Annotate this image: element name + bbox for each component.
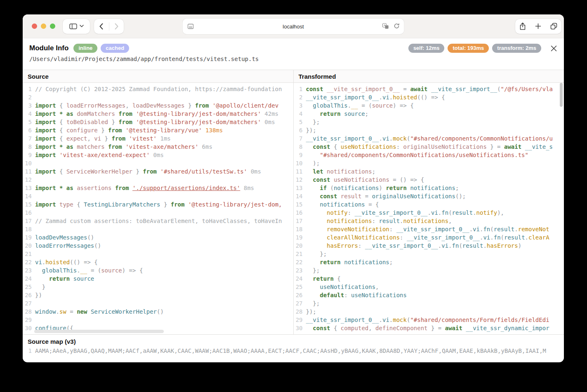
code-line: 21 — [23, 250, 293, 258]
code-line: 25 } — [23, 283, 293, 291]
line-number: 18 — [23, 225, 35, 233]
line-number: 29 — [23, 316, 35, 324]
forward-icon[interactable] — [109, 23, 124, 30]
code-line: 10 — [23, 159, 293, 167]
line-number: 6 — [294, 126, 306, 134]
code-line: 23 globalThis.__ = (source) => { — [23, 266, 293, 275]
code-line: 29__vite_ssr_import_0__.vi.mock("#shared… — [294, 316, 564, 324]
line-number: 5 — [294, 118, 306, 126]
code-line: 29 — [23, 316, 293, 324]
code-line: 27 }; — [294, 299, 564, 307]
code-line: 19 clearAllNotifications: __vite_ssr_imp… — [294, 233, 564, 242]
line-number: 22 — [294, 258, 306, 266]
code-line: 9 "#shared/components/CommonNotification… — [294, 151, 564, 159]
address-bar[interactable]: localhost — [183, 19, 404, 34]
reload-icon[interactable] — [394, 23, 400, 29]
line-number: 8 — [23, 143, 35, 151]
module-file-path: /Users/vladimir/Projects/zammad/app/fron… — [29, 56, 557, 62]
line-number: 10 — [294, 159, 306, 167]
code-line: 22vi.hoisted(() => { — [23, 258, 293, 266]
line-number: 15 — [294, 200, 306, 209]
close-window-button[interactable] — [32, 23, 37, 29]
line-number: 11 — [23, 167, 35, 176]
chevron-down-icon[interactable] — [80, 25, 84, 28]
line-number: 30 — [23, 324, 35, 332]
sidebar-button-group — [63, 19, 90, 34]
code-line: 16 — [23, 209, 293, 217]
line-number: 4 — [23, 110, 35, 118]
url-text[interactable]: localhost — [183, 23, 404, 30]
code-line: 26}) — [23, 291, 293, 299]
total-time-badge: total: 193ms — [448, 44, 489, 53]
line-number: 18 — [294, 225, 306, 233]
tabs-overview-icon[interactable] — [550, 23, 557, 30]
line-number: 3 — [23, 101, 35, 110]
page-settings-icon[interactable] — [188, 23, 194, 29]
code-line: 2__vite_ssr_import_0__.vi.hoisted(() => … — [294, 93, 564, 101]
browser-window: localhost Module Info — [23, 14, 564, 362]
new-tab-icon[interactable] — [535, 23, 541, 29]
code-line: 8import * as matchers from 'vitest-axe/m… — [23, 143, 293, 151]
code-line: 1const __vite_ssr_import_0__ = await __v… — [294, 85, 564, 93]
horizontal-scrollbar[interactable] — [34, 330, 164, 333]
navigation-button-group — [94, 19, 124, 34]
code-line: 10 ); — [294, 159, 564, 167]
line-number: 25 — [23, 283, 35, 291]
back-icon[interactable] — [94, 23, 109, 30]
line-number: 3 — [294, 101, 306, 110]
code-line: 5 }; — [294, 118, 564, 126]
window-actions-group — [515, 19, 561, 34]
line-number: 21 — [294, 250, 306, 258]
code-line: 8 const { useNotifications: originalUseN… — [294, 143, 564, 151]
source-pane[interactable]: 1// Copyright (C) 2012-2025 Zammad Found… — [23, 83, 293, 334]
code-line: 20 hasErrors: __vite_ssr_import_0__.vi.f… — [294, 242, 564, 250]
code-line: 24 return { — [294, 275, 564, 283]
line-number: 28 — [23, 307, 35, 316]
line-number: 12 — [23, 176, 35, 184]
line-number: 7 — [23, 134, 35, 143]
translate-icon[interactable] — [382, 23, 389, 29]
line-number: 6 — [23, 126, 35, 134]
code-line: 28window.sw = new ServiceWorkerHelper() — [23, 307, 293, 316]
code-line: 15import type { TestingLibraryMatchers }… — [23, 200, 293, 209]
code-line: 26 default: useNotifications — [294, 291, 564, 299]
line-number: 13 — [294, 184, 306, 192]
line-number: 20 — [294, 242, 306, 250]
zoom-window-button[interactable] — [50, 23, 55, 29]
cached-badge: cached — [101, 44, 129, 53]
line-number: 24 — [294, 275, 306, 283]
line-number: 9 — [23, 151, 35, 159]
share-icon[interactable] — [519, 22, 526, 30]
code-line: 17// Zammad custom assertions: toBeAvata… — [23, 217, 293, 225]
line-number: 27 — [23, 299, 35, 307]
transformed-pane-title: Transformed — [293, 70, 564, 82]
code-line: 14 const result = originalUseNotificatio… — [294, 192, 564, 200]
line-number: 28 — [294, 307, 306, 316]
code-line: 14 — [23, 192, 293, 200]
code-line: 21 }; — [294, 250, 564, 258]
line-number: 30 — [294, 324, 306, 332]
transformed-pane[interactable]: 1const __vite_ssr_import_0__ = await __v… — [293, 83, 564, 334]
code-line: 7__vite_ssr_import_0__.vi.mock("#shared/… — [294, 134, 564, 143]
minimize-window-button[interactable] — [41, 23, 46, 29]
line-number: 4 — [294, 110, 306, 118]
line-number: 1 — [294, 85, 306, 93]
code-line: 12 — [23, 176, 293, 184]
vertical-scrollbar[interactable] — [560, 83, 563, 107]
code-line: 6}); — [294, 126, 564, 134]
line-number: 19 — [294, 233, 306, 242]
line-number: 11 — [294, 167, 306, 176]
line-number: 2 — [294, 93, 306, 101]
close-icon[interactable] — [550, 45, 557, 52]
line-number: 29 — [294, 316, 306, 324]
line-number: 23 — [294, 266, 306, 275]
sidebar-icon[interactable] — [69, 23, 77, 30]
code-line: 9import 'vitest-axe/extend-expect' 0ms — [23, 151, 293, 159]
line-number: 12 — [294, 176, 306, 184]
code-line: 18 — [23, 225, 293, 233]
code-panes: 1// Copyright (C) 2012-2025 Zammad Found… — [23, 83, 564, 334]
line-number: 2 — [23, 93, 35, 101]
pane-headers: Source Transformed — [23, 70, 564, 83]
line-number: 26 — [23, 291, 35, 299]
code-line: 20loadErrorMessages() — [23, 242, 293, 250]
